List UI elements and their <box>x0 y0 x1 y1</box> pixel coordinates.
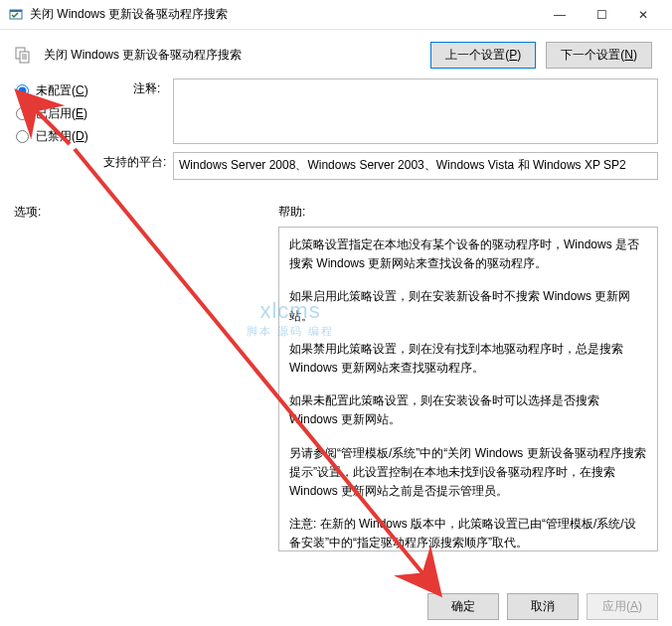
previous-setting-button[interactable]: 上一个设置(P) <box>430 42 536 69</box>
footer: 确定 取消 应用(A) <box>0 586 672 626</box>
info-column: 注释: 支持的平台: Windows Server 2008、Windows S… <box>173 78 658 188</box>
apply-button[interactable]: 应用(A) <box>587 593 658 620</box>
page-title: 关闭 Windows 更新设备驱动程序搜索 <box>44 47 420 64</box>
help-paragraph: 如果禁用此策略设置，则在没有找到本地驱动程序时，总是搜索 Windows 更新网… <box>289 340 647 378</box>
help-paragraph: 如果未配置此策略设置，则在安装设备时可以选择是否搜索 Windows 更新网站。 <box>289 391 647 429</box>
options-label: 选项: <box>14 204 268 221</box>
platform-row: 支持的平台: Windows Server 2008、Windows Serve… <box>173 152 658 180</box>
page-header: 关闭 Windows 更新设备驱动程序搜索 上一个设置(P) 下一个设置(N) <box>0 30 672 78</box>
window-title: 关闭 Windows 更新设备驱动程序搜索 <box>30 6 539 23</box>
close-window-button[interactable]: ✕ <box>622 1 664 29</box>
options-column: 选项: <box>14 204 268 551</box>
cancel-button[interactable]: 取消 <box>507 593 579 620</box>
comment-box[interactable] <box>173 78 658 144</box>
help-column: 帮助: 此策略设置指定在本地没有某个设备的驱动程序时，Windows 是否搜索 … <box>278 204 658 551</box>
app-icon <box>8 7 24 23</box>
help-box[interactable]: 此策略设置指定在本地没有某个设备的驱动程序时，Windows 是否搜索 Wind… <box>278 227 658 551</box>
radio-disabled-input[interactable] <box>16 130 29 143</box>
next-setting-button[interactable]: 下一个设置(N) <box>546 42 652 69</box>
radio-not-configured-input[interactable] <box>16 84 29 97</box>
upper-content: 未配置(C) 已启用(E) 已禁用(D) 注释: 支持的平台: Windows … <box>0 78 672 188</box>
radio-disabled-label: 已禁用(D) <box>36 128 88 145</box>
window-controls: — ☐ ✕ <box>539 1 664 29</box>
comment-label: 注释: <box>133 78 173 97</box>
radio-disabled[interactable]: 已禁用(D) <box>14 128 173 145</box>
ok-button[interactable]: 确定 <box>427 593 499 620</box>
radio-enabled[interactable]: 已启用(E) <box>14 105 173 122</box>
title-bar: 关闭 Windows 更新设备驱动程序搜索 — ☐ ✕ <box>0 0 672 30</box>
radio-enabled-input[interactable] <box>16 107 29 120</box>
platform-box[interactable]: Windows Server 2008、Windows Server 2003、… <box>173 152 658 180</box>
help-paragraph: 另请参阅“管理模板/系统”中的“关闭 Windows 更新设备驱动程序搜索提示”… <box>289 444 647 502</box>
policy-icon <box>14 46 34 66</box>
help-paragraph: 此策略设置指定在本地没有某个设备的驱动程序时，Windows 是否搜索 Wind… <box>289 235 647 273</box>
minimize-button[interactable]: — <box>539 1 581 29</box>
maximize-button[interactable]: ☐ <box>581 1 622 29</box>
nav-buttons: 上一个设置(P) 下一个设置(N) <box>430 42 652 69</box>
radio-enabled-label: 已启用(E) <box>36 105 87 122</box>
platform-label: 支持的平台: <box>103 152 173 171</box>
svg-rect-1 <box>10 10 22 12</box>
help-paragraph: 如果启用此策略设置，则在安装新设备时不搜索 Windows 更新网站。 <box>289 287 647 325</box>
help-label: 帮助: <box>278 204 658 221</box>
lower-content: 选项: 帮助: 此策略设置指定在本地没有某个设备的驱动程序时，Windows 是… <box>0 194 672 551</box>
radio-not-configured-label: 未配置(C) <box>36 82 88 99</box>
help-paragraph: 注意: 在新的 Windows 版本中，此策略设置已由“管理模板/系统/设备安装… <box>289 515 647 551</box>
comment-row: 注释: <box>173 78 658 144</box>
